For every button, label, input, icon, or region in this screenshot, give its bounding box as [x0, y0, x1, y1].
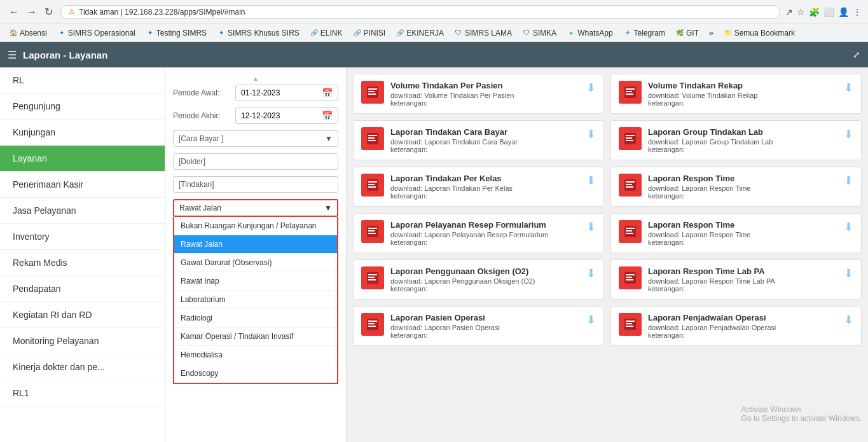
sidebar-item-inventory[interactable]: Inventory: [0, 224, 165, 250]
bookmark-absensi[interactable]: 🏠 Absensi: [5, 27, 51, 39]
download-btn-2[interactable]: ⬇: [586, 127, 596, 141]
svg-rect-30: [626, 230, 632, 231]
bookmark-simrs-lama[interactable]: 🛡 SIMRS LAMA: [450, 27, 516, 39]
sidebar-item-penerimaan-kasir[interactable]: Penerimaan Kasir: [0, 172, 165, 198]
bookmark-semua[interactable]: 📁 Semua Bookmark: [720, 27, 799, 39]
window-icon[interactable]: ⬜: [823, 7, 834, 17]
hamburger-menu[interactable]: ☰: [8, 49, 17, 61]
sidebar-item-rekam-medis[interactable]: Rekam Medis: [0, 250, 165, 276]
report-card-pelayanan-resep-formularium[interactable]: Laporan Pelayanan Resep Formularium down…: [353, 213, 604, 253]
report-info-3: Laporan Group Tindakan Lab download: Lap…: [648, 127, 837, 153]
svg-rect-39: [626, 279, 633, 280]
bookmark-git[interactable]: 🌿 GIT: [672, 27, 703, 39]
dropdown-option-endoscopy[interactable]: Endoscopy: [174, 364, 337, 383]
periode-awal-input[interactable]: 01-12-2023 📅: [235, 85, 338, 101]
download-btn-3[interactable]: ⬇: [844, 127, 853, 141]
calendar-icon-akhir: 📅: [322, 111, 333, 121]
report-card-volume-tindakan-rekap[interactable]: Volume Tindakan Rekap download: Volume T…: [610, 74, 862, 114]
dropdown-option-rawat-inap[interactable]: Rawat Inap: [174, 272, 337, 291]
periode-akhir-input[interactable]: 12-12-2023 📅: [235, 107, 338, 124]
svg-rect-47: [626, 326, 633, 327]
ruangan-dropdown-trigger[interactable]: Rawat Jalan ▼: [173, 199, 338, 217]
reload-button[interactable]: ↻: [42, 4, 55, 19]
expand-icon[interactable]: ⤢: [853, 50, 860, 60]
report-card-tindakan-per-kelas[interactable]: Laporan Tindakan Per Kelas download: Lap…: [353, 167, 604, 207]
report-download-8: download: Laporan Penggunaan Oksigen (O2…: [390, 277, 580, 285]
sidebar-item-layanan[interactable]: Layanan: [0, 146, 165, 172]
forward-button[interactable]: →: [24, 4, 39, 19]
bookmark-simka[interactable]: 🛡 SIMKA: [518, 27, 560, 39]
report-download-5: download: Laporan Respon Time: [648, 184, 837, 192]
download-btn-9[interactable]: ⬇: [844, 266, 853, 280]
bookmark-whatsapp[interactable]: ● WhatsApp: [563, 27, 616, 39]
svg-rect-7: [626, 93, 633, 95]
dropdown-option-bukan-ruangan[interactable]: Bukan Ruangan Kunjungan / Pelayanan: [174, 217, 337, 235]
dropdown-option-hemodialisa[interactable]: Hemodialisa: [174, 346, 337, 364]
bookmark-simrs-operasional[interactable]: ✦ SIMRS Operasional: [53, 27, 139, 39]
report-card-volume-tindakan-per-pasien[interactable]: Volume Tindakan Per Pasien download: Vol…: [353, 74, 604, 114]
svg-rect-1: [368, 88, 377, 90]
periode-awal-label: Periode Awal:: [173, 88, 230, 97]
sidebar-item-pengunjung[interactable]: Pengunjung: [0, 93, 165, 120]
tindakan-input[interactable]: [Tindakan]: [173, 176, 338, 193]
download-btn-7[interactable]: ⬇: [844, 220, 853, 234]
report-card-group-tindakan-lab[interactable]: Laporan Group Tindakan Lab download: Lap…: [610, 120, 862, 160]
star-icon[interactable]: ☆: [797, 7, 805, 17]
dropdown-option-laboratorium[interactable]: Laboratorium: [174, 291, 337, 309]
report-download-2: download: Laporan Tindakan Cara Bayar: [390, 138, 580, 146]
share-icon[interactable]: ↗: [785, 7, 793, 17]
sidebar-item-kegiatan-ri-rd[interactable]: Kegiatan RI dan RD: [0, 302, 165, 328]
bookmark-more[interactable]: »: [705, 27, 717, 39]
download-btn-5[interactable]: ⬇: [844, 174, 853, 188]
extension-icon[interactable]: 🧩: [809, 7, 820, 17]
menu-icon[interactable]: ⋮: [853, 7, 862, 17]
report-card-penjadwalan-operasi[interactable]: Laporan Penjadwalan Operasi download: La…: [610, 306, 862, 346]
report-card-pasien-operasi[interactable]: Laporan Pasien Operasi download: Laporan…: [353, 306, 604, 346]
report-card-penggunaan-oksigen[interactable]: Laporan Penggunaan Oksigen (O2) download…: [353, 259, 604, 300]
svg-rect-34: [368, 277, 375, 278]
report-card-respon-time-1[interactable]: Laporan Respon Time download: Laporan Re…: [610, 167, 862, 207]
dokter-input[interactable]: [Dokter]: [173, 153, 338, 170]
profile-icon[interactable]: 👤: [838, 7, 849, 17]
dropdown-option-kamar-operasi[interactable]: Kamar Operasi / Tindakan Invasif: [174, 328, 337, 346]
dropdown-option-gawat-darurat[interactable]: Gawat Darurat (Observasi): [174, 254, 337, 272]
dropdown-option-rawat-jalan[interactable]: Rawat Jalan: [174, 235, 337, 254]
sidebar-item-jasa-pelayanan[interactable]: Jasa Pelayanan: [0, 198, 165, 224]
sidebar-item-pendapatan[interactable]: Pendapatan: [0, 276, 165, 302]
download-btn-10[interactable]: ⬇: [586, 313, 596, 327]
report-card-respon-time-2[interactable]: Laporan Respon Time download: Laporan Re…: [610, 213, 862, 253]
dropdown-option-radiologi[interactable]: Radiologi: [174, 309, 337, 328]
app-title: Laporan - Layanan: [23, 50, 107, 60]
cara-bayar-select[interactable]: [Cara Bayar ] ▼: [173, 130, 338, 147]
download-btn-6[interactable]: ⬇: [586, 220, 596, 234]
download-btn-8[interactable]: ⬇: [586, 266, 596, 280]
report-card-tindakan-cara-bayar[interactable]: Laporan Tindakan Cara Bayar download: La…: [353, 120, 604, 160]
report-keterangan-3: keterangan:: [648, 146, 837, 153]
elink-icon: 🔗: [310, 29, 319, 38]
bookmark-telegram[interactable]: ✈ Telegram: [619, 27, 669, 39]
download-btn-11[interactable]: ⬇: [844, 313, 853, 327]
sidebar: RL Pengunjung Kunjungan Layanan Penerima…: [0, 67, 165, 442]
nav-buttons: ← → ↻: [6, 4, 55, 19]
svg-rect-31: [626, 233, 633, 234]
sidebar-item-kinerja-dokter[interactable]: Kinerja dokter dan pe...: [0, 354, 165, 380]
address-bar[interactable]: ⚠ Tidak aman | 192.168.23.228/apps/SIMpe…: [60, 5, 780, 19]
bookmark-pinisi[interactable]: 🔗 PINISI: [349, 27, 390, 39]
report-title-1: Volume Tindakan Rekap: [648, 81, 837, 90]
sidebar-item-monitoring-pelayanan[interactable]: Monitoring Pelayanan: [0, 328, 165, 354]
svg-rect-17: [368, 181, 377, 183]
svg-rect-23: [626, 186, 633, 188]
bookmark-simrs-khusus[interactable]: ✦ SIMRS Khusus SIRS: [213, 27, 303, 39]
bookmark-ekinerja[interactable]: 🔗 EKINERJA: [392, 27, 448, 39]
sidebar-item-kunjungan[interactable]: Kunjungan: [0, 120, 165, 146]
bookmark-elink[interactable]: 🔗 ELINK: [306, 27, 347, 39]
sidebar-item-rl[interactable]: RL: [0, 67, 165, 93]
download-btn-4[interactable]: ⬇: [586, 174, 596, 188]
bookmark-testing-simrs[interactable]: ✦ Testing SIMRS: [142, 27, 210, 39]
svg-rect-10: [368, 137, 375, 139]
download-btn-0[interactable]: ⬇: [586, 81, 596, 95]
sidebar-item-rl1[interactable]: RL1: [0, 380, 165, 406]
report-card-respon-time-lab-pa[interactable]: Laporan Respon Time Lab PA download: Lap…: [610, 259, 862, 300]
back-button[interactable]: ←: [6, 4, 22, 19]
download-btn-1[interactable]: ⬇: [844, 81, 853, 95]
